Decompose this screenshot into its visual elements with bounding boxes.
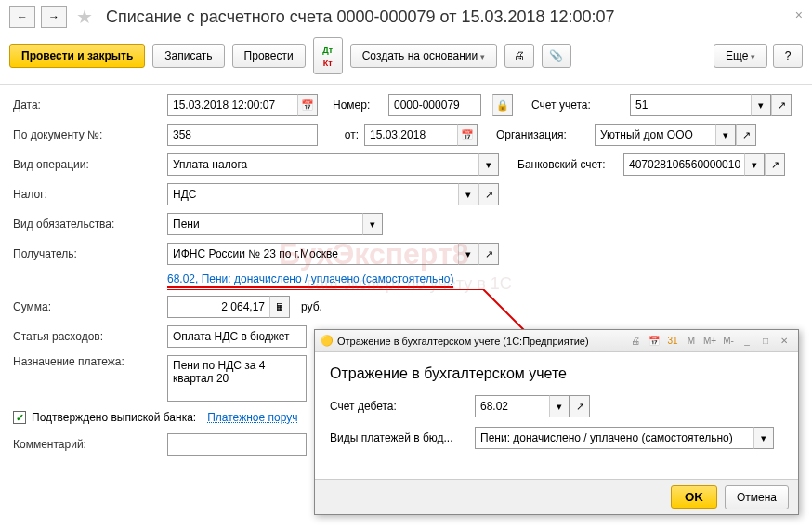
app-icon: 🟡 (321, 335, 334, 348)
operation-input[interactable] (167, 153, 478, 176)
attach-button[interactable]: 📎 (542, 44, 571, 68)
account-input[interactable] (630, 94, 751, 116)
currency-label: руб. (301, 300, 322, 313)
dialog-print-icon[interactable]: 🖨 (627, 334, 644, 349)
payment-type-dropdown-icon[interactable]: ▾ (753, 427, 774, 449)
account-label: Счет учета: (531, 99, 624, 112)
payment-type-label: Виды платежей в бюд... (330, 431, 469, 444)
obligation-label: Вид обязательства: (13, 218, 162, 231)
debit-dropdown-icon[interactable]: ▾ (549, 395, 570, 417)
post-button[interactable]: Провести (232, 44, 306, 68)
page-title: Списание с расчетного счета 0000-000079 … (106, 7, 615, 27)
docnum-input[interactable] (167, 124, 318, 146)
org-open-icon[interactable]: ↗ (736, 124, 756, 146)
dialog-minimize-icon[interactable]: _ (739, 334, 755, 349)
from-calendar-icon[interactable]: 📅 (457, 124, 478, 146)
debit-open-icon[interactable]: ↗ (570, 395, 590, 417)
account-dropdown-icon[interactable]: ▾ (751, 94, 771, 116)
dialog-close-icon[interactable]: ✕ (776, 334, 792, 349)
calculator-icon[interactable]: 🖩 (269, 296, 290, 318)
debit-account-label: Счет дебета: (330, 400, 469, 413)
comment-input[interactable] (167, 433, 307, 456)
date-input[interactable] (167, 94, 297, 116)
from-label: от: (333, 128, 359, 141)
org-dropdown-icon[interactable]: ▾ (715, 124, 736, 146)
dialog-mminus-button[interactable]: M- (720, 334, 737, 349)
tax-input[interactable] (167, 183, 458, 205)
favorite-star-icon[interactable]: ★ (76, 6, 93, 28)
purpose-textarea[interactable] (167, 355, 307, 402)
purpose-label: Назначение платежа: (13, 355, 162, 368)
dialog-title: Отражение в бухгалтерском учете (330, 365, 783, 382)
from-date-input[interactable] (364, 124, 457, 146)
payment-type-input[interactable] (475, 427, 753, 449)
help-button[interactable]: ? (773, 44, 803, 68)
ok-button[interactable]: OK (671, 485, 717, 509)
accounting-dialog: 🟡 Отражение в бухгалтерском учете (1С:Пр… (314, 329, 799, 515)
payment-order-link[interactable]: Платежное поруч (207, 411, 297, 424)
dialog-m-button[interactable]: M (683, 334, 700, 349)
tax-label: Налог: (13, 188, 162, 201)
recipient-label: Получатель: (13, 247, 162, 260)
org-input[interactable] (595, 124, 715, 146)
dialog-calendar-icon[interactable]: 📅 (646, 334, 662, 349)
bank-open-icon[interactable]: ↗ (765, 153, 785, 176)
more-button[interactable]: Еще (714, 44, 767, 68)
confirmed-checkbox[interactable]: ✓ (13, 411, 26, 424)
number-label: Номер: (333, 99, 383, 112)
number-input[interactable] (388, 94, 481, 116)
bank-label: Банковский счет: (517, 158, 618, 171)
date-label: Дата: (13, 99, 162, 112)
bank-input[interactable] (623, 153, 744, 176)
org-label: Организация: (496, 128, 589, 141)
nav-forward-button[interactable]: → (41, 6, 67, 28)
operation-label: Вид операции: (13, 158, 162, 171)
dialog-window-title: Отражение в бухгалтерском учете (1С:Пред… (337, 336, 589, 347)
debit-account-input[interactable] (475, 395, 549, 417)
operation-dropdown-icon[interactable]: ▾ (478, 153, 499, 176)
confirmed-label: Подтверждено выпиской банка: (32, 411, 196, 424)
print-button[interactable]: 🖨 (504, 44, 534, 68)
obligation-dropdown-icon[interactable]: ▾ (362, 213, 383, 235)
expense-label: Статья расходов: (13, 330, 162, 343)
number-lock-icon[interactable]: 🔒 (492, 94, 513, 116)
create-based-on-button[interactable]: Создать на основании (350, 44, 497, 68)
tax-open-icon[interactable]: ↗ (478, 183, 499, 205)
accounting-link[interactable]: 68.02, Пени: доначислено / уплачено (сам… (167, 272, 453, 288)
sum-label: Сумма: (13, 300, 162, 313)
calendar-icon[interactable]: 📅 (297, 94, 318, 116)
dialog-maximize-icon[interactable]: □ (757, 334, 774, 349)
obligation-input[interactable] (167, 213, 362, 235)
dialog-mplus-button[interactable]: M+ (701, 334, 718, 349)
recipient-open-icon[interactable]: ↗ (478, 243, 499, 265)
expense-input[interactable] (167, 325, 307, 348)
post-and-close-button[interactable]: Провести и закрыть (9, 44, 145, 68)
tax-dropdown-icon[interactable]: ▾ (458, 183, 478, 205)
account-open-icon[interactable]: ↗ (771, 94, 792, 116)
close-icon[interactable]: × (795, 7, 803, 22)
sum-input[interactable] (167, 296, 269, 318)
bank-dropdown-icon[interactable]: ▾ (744, 153, 765, 176)
nav-back-button[interactable]: ← (9, 6, 35, 28)
docnum-label: По документу №: (13, 128, 162, 141)
cancel-button[interactable]: Отмена (725, 485, 789, 509)
recipient-dropdown-icon[interactable]: ▾ (458, 243, 478, 265)
recipient-input[interactable] (167, 243, 458, 265)
dialog-date-icon[interactable]: 31 (664, 334, 681, 349)
dtkt-button[interactable]: ДтКт (313, 37, 343, 74)
save-button[interactable]: Записать (152, 44, 224, 68)
comment-label: Комментарий: (13, 438, 162, 451)
